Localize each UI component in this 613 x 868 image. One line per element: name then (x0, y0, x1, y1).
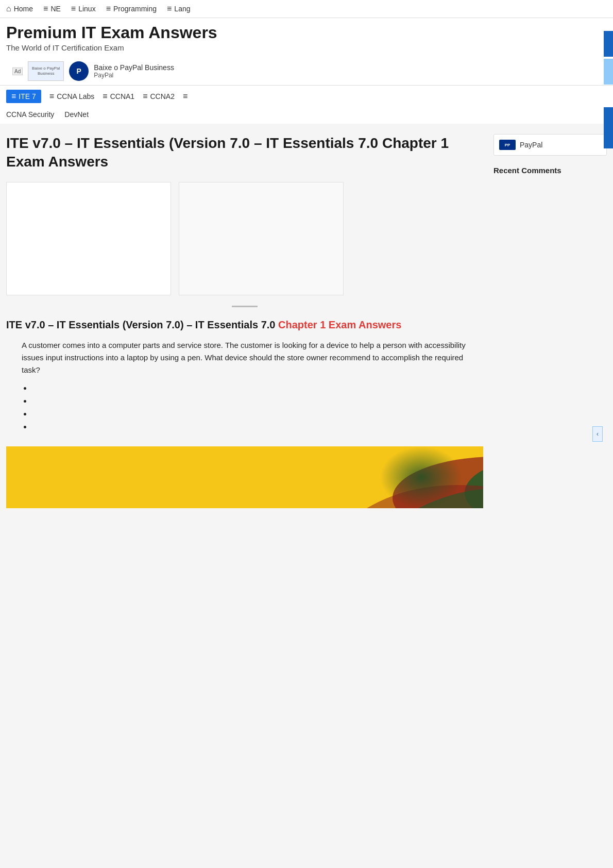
content-block (6, 182, 483, 295)
ad-bar: Ad Baixe o PayPal Business P Baixe o Pay… (6, 57, 607, 85)
accent-light-blue (604, 59, 613, 85)
ad-badge: Ad (12, 68, 23, 75)
nav-linux[interactable]: ≡ Linux (71, 4, 96, 13)
menu-icon-ite7: ≡ (11, 92, 16, 101)
article-question: A customer comes into a computer parts a… (22, 339, 483, 376)
nav-ne[interactable]: ≡ NE (43, 4, 61, 13)
ad-logo: Baixe o PayPal Business (28, 61, 64, 81)
nav-home[interactable]: ⌂ Home (6, 4, 33, 13)
nav-ccnasecurity[interactable]: CCNA Security (6, 110, 54, 119)
chevron-left-icon: ‹ (597, 430, 599, 438)
accent-blue-top (604, 31, 613, 57)
nav-ccna2[interactable]: ≡ CCNA2 (143, 92, 175, 101)
nav-ite7[interactable]: ≡ ITE 7 (6, 90, 41, 103)
nav-ccna2-label: CCNA2 (150, 92, 174, 101)
content-image-placeholder (6, 182, 171, 295)
top-nav: ⌂ Home ≡ NE ≡ Linux ≡ Programming ≡ Lang (0, 0, 613, 18)
section-divider (232, 306, 258, 307)
list-item (32, 396, 483, 405)
bottom-banner (6, 446, 483, 508)
paypal-circle-icon: P (69, 61, 89, 81)
ad-logo-text: Baixe o PayPal Business (28, 66, 63, 76)
nav-linux-label: Linux (78, 5, 95, 13)
site-subtitle: The World of IT Certification Exam (6, 43, 607, 52)
menu-icon-programming: ≡ (106, 4, 111, 13)
nav-devnet[interactable]: DevNet (64, 110, 89, 119)
nav-home-label: Home (14, 5, 33, 13)
list-item (32, 409, 483, 418)
svg-rect-0 (6, 446, 483, 508)
site-header: Premium IT Exam Answers The World of IT … (0, 18, 613, 85)
menu-icon-linux: ≡ (71, 4, 76, 13)
nav-ne-label: NE (50, 5, 60, 13)
menu-icon-ccnalabs: ≡ (49, 92, 54, 101)
nav-lang[interactable]: ≡ Lang (167, 4, 191, 13)
nav-more[interactable]: ≡ (183, 92, 188, 101)
article-subtitle: ITE v7.0 – IT Essentials (Version 7.0) –… (6, 318, 483, 332)
list-item (32, 422, 483, 431)
nav-programming-label: Programming (113, 5, 157, 13)
main-container: ITE v7.0 – IT Essentials (Version 7.0 – … (0, 124, 613, 519)
nav-ccna1-label: CCNA1 (110, 92, 134, 101)
nav-lang-label: Lang (174, 5, 190, 13)
page-title: ITE v7.0 – IT Essentials (Version 7.0 – … (6, 134, 483, 172)
nav-programming[interactable]: ≡ Programming (106, 4, 157, 13)
menu-icon-lang: ≡ (167, 4, 172, 13)
article-subtitle-plain: ITE v7.0 – IT Essentials (Version 7.0) –… (6, 319, 278, 330)
article-subtitle-highlight: Chapter 1 Exam Answers (278, 319, 401, 330)
sidebar: PP PayPal Recent Comments (493, 134, 607, 508)
nav-ite7-label: ITE 7 (19, 92, 36, 101)
right-accent-bar (604, 31, 613, 148)
menu-icon-ccna1: ≡ (103, 92, 107, 101)
nav-ccnalabs[interactable]: ≡ CCNA Labs (49, 92, 95, 101)
menu-icon-ccna2: ≡ (143, 92, 147, 101)
content-right-placeholder (179, 182, 344, 295)
sidebar-recent-comments-title: Recent Comments (493, 166, 607, 175)
nav-ccnasecurity-label: CCNA Security (6, 110, 54, 119)
nav-ccnalabs-label: CCNA Labs (57, 92, 94, 101)
ad-text-block: Baixe o PayPal Business PayPal (94, 63, 174, 79)
menu-icon-more: ≡ (183, 92, 188, 101)
answer-list (32, 383, 483, 431)
content-area: ITE v7.0 – IT Essentials (Version 7.0 – … (6, 134, 483, 508)
banner-svg (6, 446, 483, 508)
ad-title: Baixe o PayPal Business (94, 63, 174, 72)
collapse-arrow[interactable]: ‹ (592, 426, 603, 442)
menu-icon-ne: ≡ (43, 4, 48, 13)
list-item (32, 383, 483, 392)
sidebar-paypal-label: PayPal (520, 141, 542, 149)
nav-devnet-label: DevNet (64, 110, 89, 119)
sidebar-paypal[interactable]: PP PayPal (493, 134, 607, 156)
accent-blue-bottom (604, 107, 613, 148)
secondary-nav: ≡ ITE 7 ≡ CCNA Labs ≡ CCNA1 ≡ CCNA2 ≡ CC… (0, 85, 613, 124)
article-section: ITE v7.0 – IT Essentials (Version 7.0) –… (6, 318, 483, 431)
ad-sub: PayPal (94, 72, 174, 79)
nav-ccna1[interactable]: ≡ CCNA1 (103, 92, 134, 101)
site-title: Premium IT Exam Answers (6, 23, 607, 42)
paypal-icon: PP (499, 140, 516, 150)
home-icon: ⌂ (6, 4, 11, 13)
